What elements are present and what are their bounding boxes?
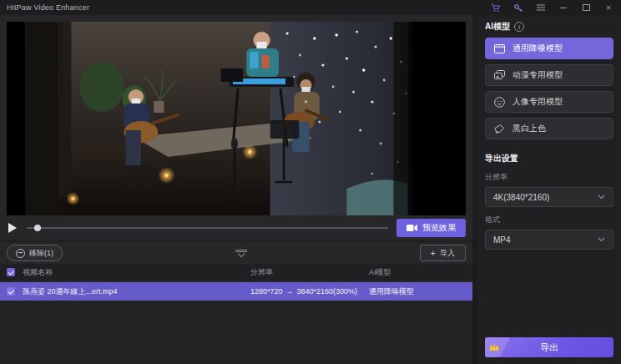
video-camera-icon <box>406 224 417 232</box>
chevron-down-icon <box>598 237 605 242</box>
photos-icon <box>494 70 505 80</box>
main-area: 预览效果 移除(1) + 导入 <box>0 15 621 364</box>
app-window: HitPaw Video Enhancer × <box>0 0 621 364</box>
crown-badge <box>485 337 510 357</box>
slider-track <box>27 227 388 229</box>
remove-button[interactable]: 移除(1) <box>7 245 63 261</box>
model-label: 通用降噪模型 <box>512 43 563 54</box>
row-ai-model: 通用降噪模型 <box>369 286 466 297</box>
table-empty-area <box>0 301 472 364</box>
playback-controls: 预览效果 <box>0 215 472 240</box>
import-label: 导入 <box>440 248 455 259</box>
model-label: 动漫专用模型 <box>512 69 563 81</box>
playback-slider[interactable] <box>27 222 388 234</box>
marker-icon <box>494 124 505 134</box>
ai-models-title: AI模型 <box>485 21 510 33</box>
file-toolbar: 移除(1) + 导入 <box>0 242 472 264</box>
chevron-down-icon <box>598 195 605 200</box>
model-button-portrait[interactable]: 人像专用模型 <box>485 91 613 113</box>
model-button-colorize[interactable]: 黑白上色 <box>485 118 613 139</box>
collapse-handle-icon[interactable] <box>235 250 247 256</box>
resolution-label: 分辨率 <box>485 172 613 183</box>
export-button[interactable]: 导出 <box>485 337 613 357</box>
face-icon <box>494 97 505 108</box>
model-button-anime[interactable]: 动漫专用模型 <box>485 64 613 86</box>
app-title: HitPaw Video Enhancer <box>7 3 89 12</box>
arrow-icon: → <box>286 287 294 296</box>
slider-knob[interactable] <box>34 225 41 231</box>
key-icon[interactable] <box>512 3 524 13</box>
model-button-general-denoise[interactable]: 通用降噪模型 <box>485 38 613 59</box>
row-checkbox[interactable] <box>7 287 15 296</box>
preview-effect-label: 预览效果 <box>422 222 456 234</box>
import-button[interactable]: + 导入 <box>420 245 466 261</box>
video-filename: 孫燕姿 20週年線上...ert.mp4 <box>23 286 118 297</box>
export-settings-title: 导出设置 <box>485 153 613 164</box>
table-header: 视频名称 分辨率 AI模型 <box>0 264 472 281</box>
column-video-name: 视频名称 <box>23 267 53 278</box>
column-resolution: 分辨率 <box>250 267 369 278</box>
preview-effect-button[interactable]: 预览效果 <box>396 219 466 237</box>
remove-circle-icon <box>16 249 25 258</box>
model-label: 黑白上色 <box>512 123 546 134</box>
crown-icon <box>488 342 500 352</box>
left-panel: 预览效果 移除(1) + 导入 <box>0 15 477 364</box>
play-button[interactable] <box>7 222 18 234</box>
menu-icon[interactable] <box>535 3 547 13</box>
title-bar: HitPaw Video Enhancer × <box>0 0 621 15</box>
export-label: 导出 <box>540 341 558 354</box>
resolution-to: 3840*2160(300%) <box>297 287 358 296</box>
cart-icon[interactable] <box>490 3 502 13</box>
minimize-icon[interactable] <box>558 3 569 13</box>
table-row[interactable]: 孫燕姿 20週年線上...ert.mp4 1280*720 → 3840*216… <box>0 282 472 301</box>
remove-label: 移除(1) <box>29 248 53 259</box>
format-dropdown[interactable]: MP4 <box>485 230 613 250</box>
select-all-checkbox[interactable] <box>7 268 15 276</box>
resolution-dropdown[interactable]: 4K(3840*2160) <box>485 187 613 207</box>
video-preview[interactable] <box>7 22 466 215</box>
format-label: 格式 <box>485 215 613 225</box>
info-icon[interactable]: i <box>514 22 524 32</box>
resolution-value: 4K(3840*2160) <box>493 193 549 202</box>
model-label: 人像专用模型 <box>512 96 563 108</box>
restore-icon[interactable] <box>580 3 592 13</box>
film-frame-icon <box>494 44 505 53</box>
plus-icon: + <box>431 249 436 258</box>
video-frame-image <box>7 22 466 215</box>
format-value: MP4 <box>493 235 511 245</box>
right-sidebar: AI模型 i 通用降噪模型 动漫专用模型 <box>477 15 621 364</box>
column-ai-model: AI模型 <box>369 267 466 278</box>
close-icon[interactable]: × <box>603 3 614 13</box>
resolution-from: 1280*720 <box>250 287 283 296</box>
